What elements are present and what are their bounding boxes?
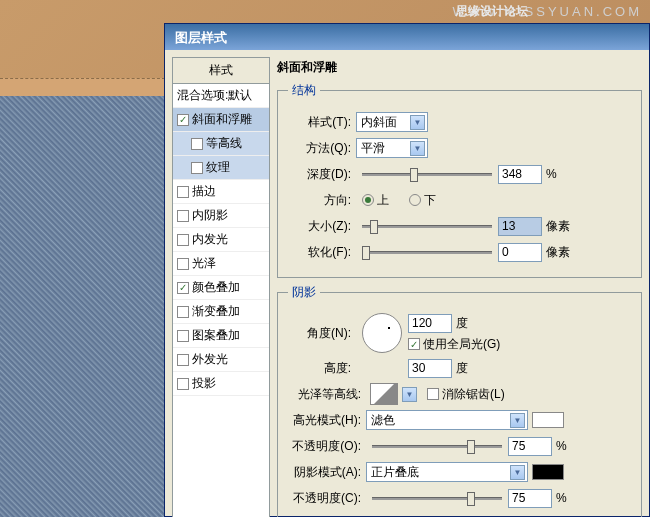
- style-item[interactable]: 渐变叠加: [173, 300, 269, 324]
- style-item-label: 图案叠加: [192, 327, 240, 344]
- style-item-label: 投影: [192, 375, 216, 392]
- style-item[interactable]: 图案叠加: [173, 324, 269, 348]
- style-item-label: 内发光: [192, 231, 228, 248]
- size-slider[interactable]: [362, 217, 492, 235]
- highlight-color-swatch[interactable]: [532, 412, 564, 428]
- style-item[interactable]: 投影: [173, 372, 269, 396]
- shadow-opacity-label: 不透明度(C):: [288, 490, 366, 507]
- style-checkbox[interactable]: [177, 354, 189, 366]
- shadow-opacity-input[interactable]: [508, 489, 552, 508]
- depth-slider[interactable]: [362, 165, 492, 183]
- settings-panel: 斜面和浮雕 结构 样式(T): 内斜面▼ 方法(Q): 平滑▼ 深度(D): %: [277, 57, 642, 517]
- chevron-down-icon[interactable]: ▼: [402, 387, 417, 402]
- style-checkbox[interactable]: [191, 138, 203, 150]
- highlight-opacity-input[interactable]: [508, 437, 552, 456]
- style-item[interactable]: 光泽: [173, 252, 269, 276]
- highlight-opacity-label: 不透明度(O):: [288, 438, 366, 455]
- layer-style-dialog: 图层样式 样式 混合选项:默认斜面和浮雕等高线纹理描边内阴影内发光光泽颜色叠加渐…: [164, 23, 650, 517]
- soften-slider[interactable]: [362, 243, 492, 261]
- soften-label: 软化(F):: [288, 244, 356, 261]
- shadow-mode-select[interactable]: 正片叠底▼: [366, 462, 528, 482]
- global-light-checkbox[interactable]: [408, 338, 420, 350]
- style-checkbox[interactable]: [177, 282, 189, 294]
- size-label: 大小(Z):: [288, 218, 356, 235]
- style-item[interactable]: 颜色叠加: [173, 276, 269, 300]
- style-item[interactable]: 斜面和浮雕: [173, 108, 269, 132]
- style-item-label: 外发光: [192, 351, 228, 368]
- style-label: 样式(T):: [288, 114, 356, 131]
- style-item-label: 光泽: [192, 255, 216, 272]
- style-item[interactable]: 混合选项:默认: [173, 84, 269, 108]
- shadow-color-swatch[interactable]: [532, 464, 564, 480]
- dialog-titlebar[interactable]: 图层样式: [165, 24, 649, 50]
- direction-down-label: 下: [424, 192, 436, 209]
- direction-label: 方向:: [288, 192, 356, 209]
- angle-input[interactable]: [408, 314, 452, 333]
- style-item[interactable]: 描边: [173, 180, 269, 204]
- altitude-input[interactable]: [408, 359, 452, 378]
- size-input[interactable]: [498, 217, 542, 236]
- style-select[interactable]: 内斜面▼: [356, 112, 428, 132]
- depth-unit: %: [542, 167, 557, 181]
- style-checkbox[interactable]: [177, 186, 189, 198]
- global-light-label: 使用全局光(G): [420, 336, 500, 353]
- style-checkbox[interactable]: [177, 378, 189, 390]
- highlight-opacity-slider[interactable]: [372, 437, 502, 455]
- soften-unit: 像素: [542, 244, 570, 261]
- technique-select[interactable]: 平滑▼: [356, 138, 428, 158]
- shadow-opacity-slider[interactable]: [372, 489, 502, 507]
- gloss-contour-label: 光泽等高线:: [288, 386, 366, 403]
- shadow-opacity-unit: %: [552, 491, 567, 505]
- style-item-label: 等高线: [206, 135, 242, 152]
- chevron-down-icon: ▼: [410, 115, 425, 130]
- style-item[interactable]: 内发光: [173, 228, 269, 252]
- angle-label: 角度(N):: [288, 325, 356, 342]
- highlight-opacity-unit: %: [552, 439, 567, 453]
- style-checkbox[interactable]: [191, 162, 203, 174]
- angle-dial[interactable]: [362, 313, 402, 353]
- chevron-down-icon: ▼: [410, 141, 425, 156]
- chevron-down-icon: ▼: [510, 413, 525, 428]
- gloss-contour-picker[interactable]: [370, 383, 398, 405]
- style-item-label: 内阴影: [192, 207, 228, 224]
- shadow-mode-label: 阴影模式(A):: [288, 464, 366, 481]
- style-checkbox[interactable]: [177, 234, 189, 246]
- direction-down-radio[interactable]: [409, 194, 421, 206]
- depth-input[interactable]: [498, 165, 542, 184]
- styles-list: 混合选项:默认斜面和浮雕等高线纹理描边内阴影内发光光泽颜色叠加渐变叠加图案叠加外…: [173, 84, 269, 396]
- shading-group: 阴影 角度(N): 度 使用全局光(G): [277, 284, 642, 517]
- style-item[interactable]: 内阴影: [173, 204, 269, 228]
- size-unit: 像素: [542, 218, 570, 235]
- panel-title: 斜面和浮雕: [277, 57, 642, 82]
- highlight-mode-select[interactable]: 滤色▼: [366, 410, 528, 430]
- style-checkbox[interactable]: [177, 114, 189, 126]
- style-item-label: 纹理: [206, 159, 230, 176]
- style-checkbox[interactable]: [177, 258, 189, 270]
- antialias-checkbox[interactable]: [427, 388, 439, 400]
- style-item[interactable]: 等高线: [173, 132, 269, 156]
- antialias-label: 消除锯齿(L): [439, 386, 505, 403]
- style-item-label: 渐变叠加: [192, 303, 240, 320]
- style-checkbox[interactable]: [177, 330, 189, 342]
- styles-panel: 样式 混合选项:默认斜面和浮雕等高线纹理描边内阴影内发光光泽颜色叠加渐变叠加图案…: [172, 57, 270, 517]
- style-checkbox[interactable]: [177, 210, 189, 222]
- angle-unit: 度: [452, 315, 468, 332]
- soften-input[interactable]: [498, 243, 542, 262]
- dialog-body: 样式 混合选项:默认斜面和浮雕等高线纹理描边内阴影内发光光泽颜色叠加渐变叠加图案…: [165, 50, 649, 517]
- style-item-label: 混合选项:默认: [177, 87, 252, 104]
- structure-legend: 结构: [288, 82, 320, 99]
- styles-header: 样式: [173, 58, 269, 84]
- style-checkbox[interactable]: [177, 306, 189, 318]
- background-stitch: [0, 78, 165, 96]
- structure-group: 结构 样式(T): 内斜面▼ 方法(Q): 平滑▼ 深度(D): % 方向:: [277, 82, 642, 278]
- direction-up-radio[interactable]: [362, 194, 374, 206]
- watermark-forum: 思缘设计论坛: [456, 3, 528, 20]
- style-item[interactable]: 外发光: [173, 348, 269, 372]
- style-item-label: 斜面和浮雕: [192, 111, 252, 128]
- chevron-down-icon: ▼: [510, 465, 525, 480]
- background-denim: [0, 90, 165, 517]
- altitude-unit: 度: [452, 360, 468, 377]
- highlight-mode-label: 高光模式(H):: [288, 412, 366, 429]
- style-item-label: 描边: [192, 183, 216, 200]
- style-item[interactable]: 纹理: [173, 156, 269, 180]
